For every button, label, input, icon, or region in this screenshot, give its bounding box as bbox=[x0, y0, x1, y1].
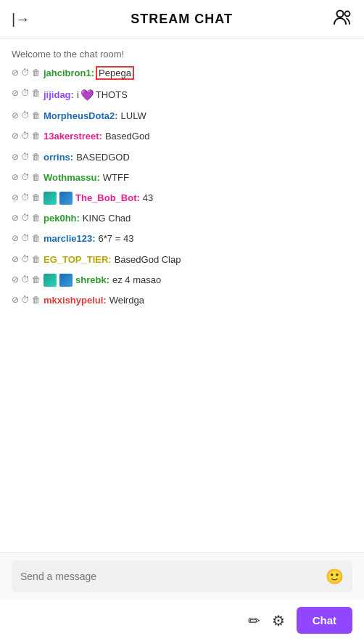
badge-blue bbox=[59, 274, 73, 287]
message-text: ez 4 masao bbox=[112, 274, 161, 287]
message-text: BasedGod bbox=[105, 130, 149, 143]
delete-icon[interactable]: 🗑 bbox=[32, 274, 41, 286]
header: |→ STREAM CHAT bbox=[0, 0, 364, 38]
delete-icon[interactable]: 🗑 bbox=[32, 87, 41, 99]
username[interactable]: jijidag: bbox=[44, 89, 74, 102]
ban-icon[interactable]: ⊘ bbox=[12, 212, 19, 224]
message-text: KING Chad bbox=[83, 212, 131, 225]
messages-container: ⊘⏱🗑jahcibron1: Pepega⊘⏱🗑jijidag: i 💜 THO… bbox=[12, 67, 352, 307]
message-content: The_Bob_Bot: 43 bbox=[44, 192, 153, 205]
ban-icon[interactable]: ⊘ bbox=[12, 294, 19, 306]
chat-message: ⊘⏱🗑EG_TOP_TIER: BasedGod Clap bbox=[12, 253, 352, 266]
mod-icons: ⊘⏱🗑 bbox=[12, 212, 41, 224]
message-text: Pepega bbox=[97, 67, 133, 80]
message-content: EG_TOP_TIER: BasedGod Clap bbox=[44, 253, 181, 266]
ban-icon[interactable]: ⊘ bbox=[12, 151, 19, 163]
chat-message: ⊘⏱🗑Wothmassu: WTFF bbox=[12, 171, 352, 184]
page-title: STREAM CHAT bbox=[131, 12, 233, 27]
message-text: BASEDGOD bbox=[76, 151, 130, 164]
message-content: jijidag: i 💜 THOTS bbox=[44, 87, 128, 102]
message-text: LULW bbox=[121, 110, 146, 123]
mod-icons: ⊘⏱🗑 bbox=[12, 232, 41, 245]
svg-point-1 bbox=[344, 12, 349, 17]
timeout-icon[interactable]: ⏱ bbox=[21, 294, 30, 306]
badge-teal bbox=[44, 274, 57, 287]
username[interactable]: pek0hh: bbox=[44, 212, 80, 225]
ban-icon[interactable]: ⊘ bbox=[12, 171, 19, 184]
delete-icon[interactable]: 🗑 bbox=[32, 67, 41, 79]
ban-icon[interactable]: ⊘ bbox=[12, 87, 19, 99]
ban-icon[interactable]: ⊘ bbox=[12, 274, 19, 286]
username[interactable]: shrebk: bbox=[75, 274, 109, 287]
delete-icon[interactable]: 🗑 bbox=[32, 232, 41, 245]
badge-teal bbox=[44, 192, 57, 205]
delete-icon[interactable]: 🗑 bbox=[32, 151, 41, 163]
delete-icon[interactable]: 🗑 bbox=[32, 192, 41, 204]
delete-icon[interactable]: 🗑 bbox=[32, 130, 41, 142]
message-text: 43 bbox=[143, 192, 153, 205]
ban-icon[interactable]: ⊘ bbox=[12, 232, 19, 245]
delete-icon[interactable]: 🗑 bbox=[32, 171, 41, 184]
timeout-icon[interactable]: ⏱ bbox=[21, 274, 30, 286]
timeout-icon[interactable]: ⏱ bbox=[21, 232, 30, 245]
username[interactable]: mkxishypelul: bbox=[44, 294, 107, 307]
badge-blue bbox=[59, 192, 73, 205]
message-input-box: 🙂 bbox=[12, 560, 352, 592]
username[interactable]: jahcibron1: bbox=[44, 67, 94, 80]
message-text: i bbox=[77, 89, 79, 102]
message-text: Weirdga bbox=[109, 294, 144, 307]
users-icon[interactable] bbox=[334, 9, 352, 29]
message-content: shrebk: ez 4 masao bbox=[44, 274, 161, 287]
mod-icons: ⊘⏱🗑 bbox=[12, 87, 41, 99]
ban-icon[interactable]: ⊘ bbox=[12, 130, 19, 142]
delete-icon[interactable]: 🗑 bbox=[32, 110, 41, 122]
message-content: 13akerstreet: BasedGod bbox=[44, 130, 149, 143]
timeout-icon[interactable]: ⏱ bbox=[21, 110, 30, 122]
username[interactable]: marclie123: bbox=[44, 232, 96, 245]
pen-icon[interactable]: ✏ bbox=[248, 612, 260, 629]
mod-icons: ⊘⏱🗑 bbox=[12, 192, 41, 204]
emoji-button[interactable]: 🙂 bbox=[326, 568, 344, 585]
ban-icon[interactable]: ⊘ bbox=[12, 192, 19, 204]
chat-message: ⊘⏱🗑13akerstreet: BasedGod bbox=[12, 130, 352, 143]
chat-button[interactable]: Chat bbox=[297, 607, 352, 634]
mod-icons: ⊘⏱🗑 bbox=[12, 294, 41, 306]
timeout-icon[interactable]: ⏱ bbox=[21, 151, 30, 163]
ban-icon[interactable]: ⊘ bbox=[12, 253, 19, 266]
message-content: Wothmassu: WTFF bbox=[44, 171, 129, 184]
gear-icon[interactable]: ⚙ bbox=[272, 612, 285, 629]
username[interactable]: Wothmassu: bbox=[44, 171, 100, 184]
username[interactable]: 13akerstreet: bbox=[44, 130, 102, 143]
delete-icon[interactable]: 🗑 bbox=[32, 253, 41, 266]
timeout-icon[interactable]: ⏱ bbox=[21, 67, 30, 79]
back-icon[interactable]: |→ bbox=[12, 11, 30, 28]
timeout-icon[interactable]: ⏱ bbox=[21, 192, 30, 204]
highlighted-text: Pepega bbox=[97, 68, 133, 78]
timeout-icon[interactable]: ⏱ bbox=[21, 212, 30, 224]
delete-icon[interactable]: 🗑 bbox=[32, 212, 41, 224]
bottom-bar: ✏ ⚙ Chat bbox=[0, 600, 364, 641]
message-input[interactable] bbox=[20, 571, 326, 582]
ban-icon[interactable]: ⊘ bbox=[12, 110, 19, 122]
svg-point-0 bbox=[336, 11, 343, 17]
message-content: marclie123: 6*7 = 43 bbox=[44, 232, 133, 245]
message-content: jahcibron1: Pepega bbox=[44, 67, 133, 80]
chat-message: ⊘⏱🗑pek0hh: KING Chad bbox=[12, 212, 352, 225]
input-area: 🙂 bbox=[0, 552, 364, 600]
timeout-icon[interactable]: ⏱ bbox=[21, 130, 30, 142]
timeout-icon[interactable]: ⏱ bbox=[21, 253, 30, 266]
message-content: orrins: BASEDGOD bbox=[44, 151, 130, 164]
chat-message: ⊘⏱🗑jahcibron1: Pepega bbox=[12, 67, 352, 80]
mod-icons: ⊘⏱🗑 bbox=[12, 67, 41, 79]
username[interactable]: MorpheusDota2: bbox=[44, 110, 118, 123]
mod-icons: ⊘⏱🗑 bbox=[12, 110, 41, 122]
timeout-icon[interactable]: ⏱ bbox=[21, 171, 30, 184]
ban-icon[interactable]: ⊘ bbox=[12, 67, 19, 79]
message-content: mkxishypelul: Weirdga bbox=[44, 294, 144, 307]
username[interactable]: orrins: bbox=[44, 151, 73, 164]
chat-message: ⊘⏱🗑marclie123: 6*7 = 43 bbox=[12, 232, 352, 245]
timeout-icon[interactable]: ⏱ bbox=[21, 87, 30, 99]
username[interactable]: The_Bob_Bot: bbox=[75, 192, 140, 205]
username[interactable]: EG_TOP_TIER: bbox=[44, 253, 112, 266]
delete-icon[interactable]: 🗑 bbox=[32, 294, 41, 306]
